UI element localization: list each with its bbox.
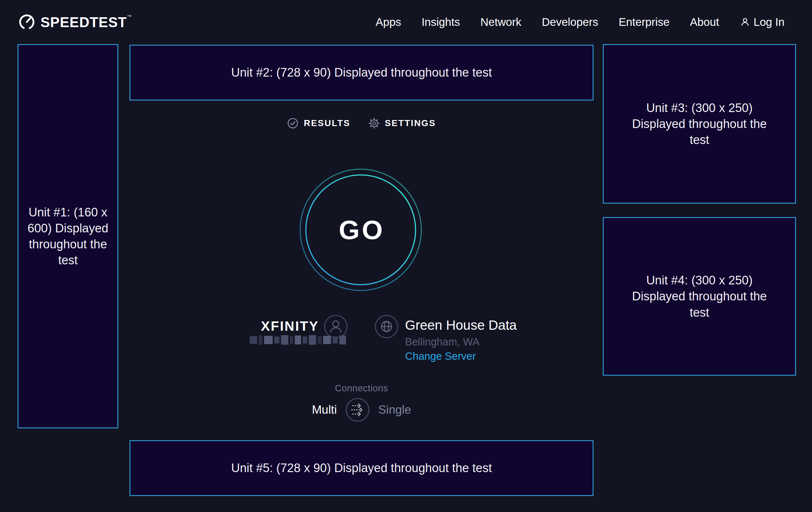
logo-text: SPEEDTEST™ <box>40 14 132 30</box>
gear-icon <box>368 117 380 129</box>
nav-item-insights[interactable]: Insights <box>422 16 460 28</box>
ad-unit-2-label: Unit #2: (728 x 90) Displayed throughout… <box>231 64 492 80</box>
go-button[interactable]: GO <box>299 168 422 291</box>
provider-name: XFINITY <box>223 319 319 334</box>
connections-toggle: Multi Single <box>129 397 593 423</box>
main-nav: Apps Insights Network Developers Enterpr… <box>376 16 785 28</box>
nav-item-enterprise[interactable]: Enterprise <box>619 16 670 28</box>
nav-item-apps[interactable]: Apps <box>376 16 401 28</box>
user-icon <box>740 17 750 27</box>
speedtest-gauge-icon <box>18 13 36 31</box>
connections-single-option[interactable]: Single <box>378 403 411 416</box>
tab-settings[interactable]: SETTINGS <box>368 117 436 129</box>
speedtest-page: SPEEDTEST™ Apps Insights Network Develop… <box>0 0 812 512</box>
tab-settings-label: SETTINGS <box>385 118 436 128</box>
speedtest-logo[interactable]: SPEEDTEST™ <box>18 13 132 31</box>
ad-unit-5[interactable]: Unit #5: (728 x 90) Displayed throughout… <box>129 440 593 496</box>
ad-unit-3-label: Unit #3: (300 x 250) Displayed throughou… <box>626 100 773 148</box>
nav-item-network[interactable]: Network <box>480 16 521 28</box>
nav-item-developers[interactable]: Developers <box>542 16 598 28</box>
trademark-mark: ™ <box>127 14 132 19</box>
login-label: Log In <box>754 16 785 28</box>
ad-unit-3[interactable]: Unit #3: (300 x 250) Displayed throughou… <box>603 44 796 204</box>
header: SPEEDTEST™ Apps Insights Network Develop… <box>0 0 812 44</box>
ad-unit-4-label: Unit #4: (300 x 250) Displayed throughou… <box>626 272 773 320</box>
tab-results-label: RESULTS <box>303 118 350 128</box>
check-circle-icon <box>287 117 298 129</box>
ad-unit-4[interactable]: Unit #4: (300 x 250) Displayed throughou… <box>603 217 796 376</box>
ad-unit-2[interactable]: Unit #2: (728 x 90) Displayed throughout… <box>129 45 593 101</box>
connections-multi-option[interactable]: Multi <box>312 403 337 416</box>
tab-bar: RESULTS <box>129 115 593 132</box>
ad-unit-1-label: Unit #1: (160 x 600) Displayed throughou… <box>26 204 110 268</box>
redacted-ip-blur <box>250 334 346 346</box>
globe-circle-icon <box>374 315 399 340</box>
login-button[interactable]: Log In <box>740 16 785 28</box>
server-name: Green House Data <box>405 318 517 333</box>
multi-connection-icon[interactable] <box>345 397 370 422</box>
connections-title: Connections <box>129 383 593 394</box>
ad-unit-5-label: Unit #5: (728 x 90) Displayed throughout… <box>231 460 492 476</box>
nav-item-about[interactable]: About <box>690 16 719 28</box>
go-label: GO <box>299 168 422 291</box>
server-location: Bellingham, WA <box>405 336 480 348</box>
ad-unit-1[interactable]: Unit #1: (160 x 600) Displayed throughou… <box>18 44 118 428</box>
tab-results[interactable]: RESULTS <box>287 117 350 129</box>
change-server-link[interactable]: Change Server <box>405 350 476 362</box>
